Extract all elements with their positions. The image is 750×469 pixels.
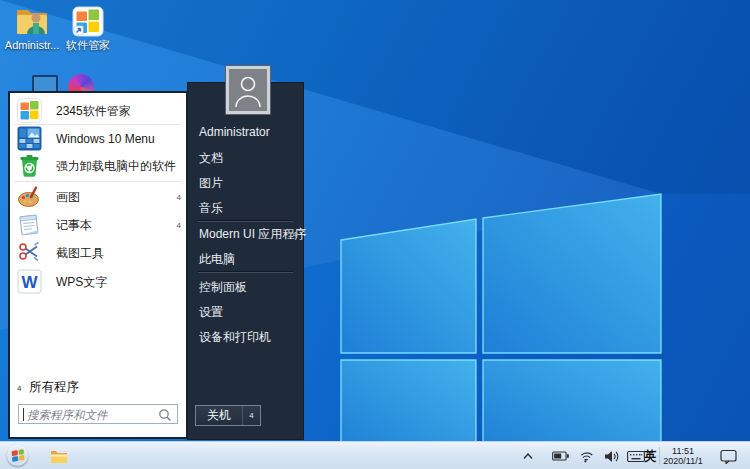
snipping-tool-scissors-icon <box>17 240 42 265</box>
menu-item-label: 设置 <box>199 305 223 319</box>
software-manager-icon <box>72 6 104 37</box>
wifi-icon <box>579 450 595 463</box>
menu-item-documents[interactable]: 文档 <box>199 150 299 166</box>
tray-wifi[interactable] <box>576 442 598 469</box>
tray-volume[interactable] <box>600 442 622 469</box>
submenu-arrow-icon: 4 <box>177 221 181 230</box>
search-icon <box>157 407 173 423</box>
menu-item-label: 画图 <box>56 188 80 205</box>
menu-item-wps-writer[interactable]: W WPS文字 <box>10 268 186 295</box>
shutdown-options-arrow[interactable]: 4 <box>243 406 260 425</box>
menu-item-snipping-tool[interactable]: 截图工具 <box>10 239 186 266</box>
chevron-up-icon <box>522 451 534 461</box>
menu-item-label: 音乐 <box>199 201 223 215</box>
menu-item-label: Administrator <box>199 125 270 139</box>
battery-icon <box>552 450 569 462</box>
clock-time: 11:51 <box>661 446 705 456</box>
shutdown-label[interactable]: 关机 <box>196 406 243 425</box>
file-explorer-icon <box>50 449 68 464</box>
all-programs-button[interactable]: 4 所有程序 <box>10 377 186 397</box>
start-button[interactable] <box>7 445 28 466</box>
menu-item-label: 此电脑 <box>199 252 235 266</box>
user-folder-icon <box>14 5 50 37</box>
menu-item-label: 记事本 <box>56 216 92 233</box>
divider <box>198 272 293 273</box>
menu-item-control-panel[interactable]: 控制面板 <box>199 279 299 295</box>
green-recycle-bin-icon <box>17 153 42 178</box>
menu-item-paint[interactable]: 画图 4 <box>10 183 186 210</box>
paint-palette-icon <box>17 184 42 209</box>
menu-item-label: 图片 <box>199 176 223 190</box>
desktop-icon-administrator[interactable]: Administr... <box>4 5 60 51</box>
tray-battery[interactable] <box>549 442 571 469</box>
menu-item-modern-ui-apps[interactable]: Modern UI 应用程序 4 <box>199 226 299 242</box>
menu-item-label: Windows 10 Menu <box>56 132 155 146</box>
submenu-arrow-icon: 4 <box>177 193 181 202</box>
submenu-arrow-icon: 4 <box>293 230 297 239</box>
wps-writer-icon: W <box>17 269 42 294</box>
menu-item-administrator[interactable]: Administrator <box>199 125 299 141</box>
menu-item-label: Modern UI 应用程序 <box>199 227 306 241</box>
menu-item-2345-software-manager[interactable]: 2345软件管家 <box>10 97 186 124</box>
divider <box>14 181 182 182</box>
menu-item-devices-printers[interactable]: 设备和打印机 <box>199 329 299 345</box>
tray-clock[interactable]: 11:51 2020/11/1 <box>661 442 705 469</box>
menu-item-label: 截图工具 <box>56 244 104 261</box>
menu-item-label: 2345软件管家 <box>56 102 131 119</box>
taskbar-file-explorer[interactable] <box>46 442 72 469</box>
tray-divider <box>659 447 660 465</box>
clock-date: 2020/11/1 <box>661 456 705 466</box>
windows10-menu-icon <box>17 126 42 151</box>
tray-language-indicator[interactable]: 英 <box>642 442 659 469</box>
windows-orb-icon <box>11 449 24 462</box>
taskbar: 英 11:51 2020/11/1 <box>0 441 750 469</box>
desktop-icon-label: 软件管家 <box>60 39 116 51</box>
desktop-icon-label: Administr... <box>4 39 60 51</box>
menu-item-settings[interactable]: 设置 <box>199 304 299 320</box>
start-menu-right-panel: Administrator 文档 图片 音乐 Modern UI 应用程序 4 … <box>188 83 303 439</box>
menu-item-label: 强力卸载电脑中的软件 <box>56 157 176 174</box>
menu-item-pictures[interactable]: 图片 <box>199 175 299 191</box>
menu-item-force-uninstall[interactable]: 强力卸载电脑中的软件 <box>10 152 186 179</box>
menu-item-music[interactable]: 音乐 <box>199 200 299 216</box>
search-placeholder: 搜索程序和文件 <box>27 408 108 423</box>
menu-item-label: 设备和打印机 <box>199 330 271 344</box>
menu-item-label: 控制面板 <box>199 280 247 294</box>
notepad-icon <box>17 212 42 237</box>
svg-text:W: W <box>21 273 38 292</box>
desktop-icon-software-manager[interactable]: 软件管家 <box>60 6 116 51</box>
menu-item-this-pc[interactable]: 此电脑 <box>199 251 299 267</box>
menu-item-windows10-menu[interactable]: Windows 10 Menu <box>10 125 186 152</box>
action-center-icon <box>720 449 737 464</box>
show-hidden-icons-button[interactable] <box>519 442 537 469</box>
start-menu-left-panel: 2345软件管家 Windows 10 Menu <box>8 91 188 439</box>
all-programs-label: 所有程序 <box>29 379 79 396</box>
speaker-icon <box>604 450 619 463</box>
text-caret <box>23 408 24 421</box>
software-manager-icon <box>17 98 42 123</box>
search-input[interactable]: 搜索程序和文件 <box>18 404 178 424</box>
menu-item-notepad[interactable]: 记事本 4 <box>10 211 186 238</box>
action-center-button[interactable] <box>716 442 740 469</box>
menu-item-label: WPS文字 <box>56 273 107 290</box>
divider <box>198 221 293 222</box>
person-icon <box>229 69 267 111</box>
desktop-screen: Administr... 软件管家 Administrator 文档 图片 <box>0 0 750 469</box>
user-avatar[interactable] <box>226 66 270 114</box>
shutdown-button[interactable]: 关机 4 <box>195 405 261 426</box>
menu-item-label: 文档 <box>199 151 223 165</box>
all-programs-arrow-icon: 4 <box>17 384 21 393</box>
